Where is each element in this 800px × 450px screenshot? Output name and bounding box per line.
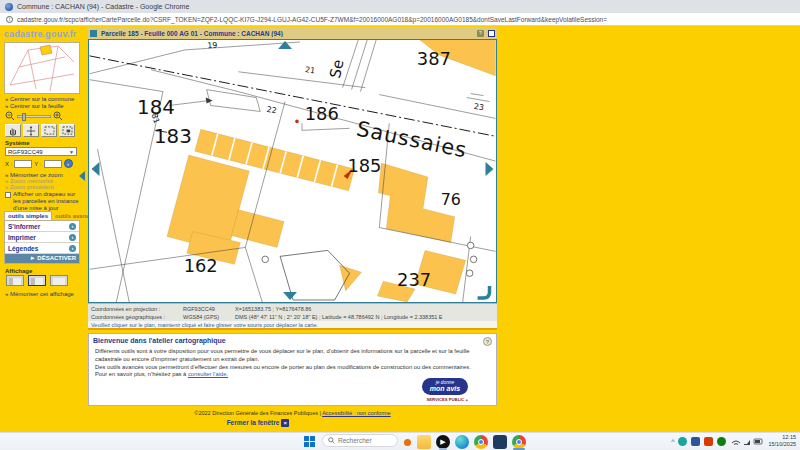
tray-app-icon-blue[interactable] [691, 437, 700, 446]
file-explorer-icon[interactable] [417, 435, 431, 449]
media-player-icon[interactable]: ▶ [436, 435, 450, 449]
y-label: Y : [34, 161, 41, 167]
je-donne-mon-avis-button[interactable]: je donne mon avis [422, 378, 468, 395]
parcel-label-185: 185 [347, 155, 381, 176]
consult-help-link[interactable]: consulter l'aide. [188, 371, 228, 377]
pan-up-arrow-icon[interactable] [278, 41, 292, 49]
map-corner-handle[interactable] [478, 286, 490, 298]
system-tray: ^ 12:15 15/10/2025 [671, 434, 796, 448]
dashed-rect-icon [44, 126, 55, 135]
sidebar-collapse-arrow-icon[interactable] [79, 171, 85, 181]
projection-value: RGF93CC49 [8, 149, 43, 155]
desactiver-button[interactable]: ► DÉSACTIVER [5, 254, 79, 263]
proj-coords-label: Coordonnées en projection : [91, 306, 183, 312]
y-coordinate-input[interactable] [44, 160, 62, 168]
help-icon[interactable]: ? [483, 337, 492, 346]
tray-app-icon-green[interactable] [717, 437, 726, 446]
zoom-slider-knob[interactable] [22, 113, 26, 121]
tab-favicon-icon [5, 3, 13, 11]
taskbar-app-notification-icon[interactable] [404, 439, 411, 446]
center-commune-link[interactable]: » Centrer sur la commune [5, 96, 74, 102]
app-icon-dark[interactable] [493, 435, 507, 449]
coordinates-bar: Coordonnées en projection : RGF93CC49 X=… [88, 303, 497, 321]
zoom-out-icon[interactable] [5, 111, 15, 121]
close-window-control[interactable]: Fermer la fenêtre× [88, 419, 428, 427]
layout-thumb-3[interactable] [50, 275, 68, 286]
overview-minimap[interactable] [4, 42, 80, 94]
parcel-label-237: 237 [397, 269, 431, 290]
pan-left-arrow-icon[interactable] [92, 162, 100, 176]
accordion-sinformer[interactable]: S'informer › [5, 221, 79, 232]
chrome-active-icon[interactable] [512, 435, 526, 449]
accordion-legendes-label: Légendes [8, 245, 38, 252]
tray-status-icons[interactable] [730, 435, 764, 447]
house-number-23: 23 [473, 102, 484, 112]
geo-system: WGS84 (GPS) [183, 314, 235, 320]
map-viewport[interactable]: 184 183 186 185 387 76 162 237 19 21 22 … [88, 39, 497, 303]
zoom-slider[interactable] [17, 115, 51, 118]
xy-go-button[interactable]: › [64, 159, 73, 168]
close-window-label: Fermer la fenêtre [227, 419, 280, 426]
url-bar[interactable]: i cadastre.gouv.fr/scpc/afficherCartePar… [0, 13, 800, 26]
taskbar-clock[interactable]: 12:15 15/10/2025 [768, 434, 796, 447]
accordion-legendes[interactable]: Légendes › [5, 243, 79, 254]
accordion-imprimer[interactable]: Imprimer › [5, 232, 79, 243]
layout-thumb-1[interactable] [6, 275, 24, 286]
volume-icon [744, 440, 750, 445]
layout-thumb-2[interactable] [28, 275, 46, 286]
welcome-title: Bienvenue dans l'atelier cartographique [89, 334, 496, 346]
systeme-label: Système [5, 140, 30, 146]
tools-accordion: S'informer › Imprimer › Légendes › ► DÉS… [4, 220, 80, 264]
search-input[interactable] [338, 437, 393, 444]
cadastre-logo[interactable]: cadastre.gouv.fr [4, 29, 77, 39]
taskbar-search[interactable] [322, 434, 398, 447]
minimap-drawing [5, 43, 79, 93]
zoom-box-button[interactable] [41, 124, 57, 137]
flag-checkbox[interactable] [5, 192, 11, 198]
cadastral-map: 184 183 186 185 387 76 162 237 19 21 22 … [89, 40, 496, 302]
accordion-sinformer-label: S'informer [8, 223, 40, 230]
edge-icon[interactable] [455, 435, 469, 449]
close-icon: × [281, 419, 289, 427]
copyright-text: ©2022 Direction Générale des Finances Pu… [194, 410, 318, 416]
map-window-titlebar: Parcelle 185 - Feuille 000 AG 01 - Commu… [88, 27, 497, 39]
chrome-icon[interactable] [474, 435, 488, 449]
site-info-icon[interactable]: i [6, 16, 13, 23]
pan-hand-button[interactable] [5, 124, 21, 137]
house-number-21: 21 [305, 65, 316, 75]
pan-right-arrow-icon[interactable] [486, 162, 494, 176]
parcel-label-162: 162 [184, 255, 218, 276]
geo-coords-label: Coordonnées géographiques : [91, 314, 183, 320]
projection-select[interactable]: RGF93CC49▼ [5, 147, 77, 156]
house-number-81: 81 [150, 112, 162, 124]
center-tool-button[interactable] [23, 124, 39, 137]
accessibility-link[interactable]: Accessibilité : non conforme [322, 410, 390, 416]
parcel-label-76: 76 [441, 190, 461, 209]
tab-outils-simples[interactable]: outils simples [4, 211, 52, 220]
pan-down-arrow-icon[interactable] [283, 292, 297, 300]
minimap-highlight [40, 45, 52, 55]
proj-system: RGF93CC49 [183, 306, 235, 312]
expand-arrow-icon: › [69, 234, 76, 241]
avis-line2: mon avis [422, 385, 468, 393]
street-name-sente: Se [326, 58, 347, 80]
clock-time: 12:15 [768, 434, 796, 441]
center-feuille-link[interactable]: » Centrer sur la feuille [5, 103, 64, 109]
footer-copyright-line: ©2022 Direction Générale des Finances Pu… [88, 410, 497, 416]
tray-app-icon-teal[interactable] [678, 437, 687, 446]
help-icon[interactable]: ? [477, 30, 484, 37]
zoom-extent-button[interactable] [59, 124, 75, 137]
parcel-label-387: 387 [417, 48, 451, 69]
tray-app-icon-red[interactable] [704, 437, 713, 446]
memorize-layout-link[interactable]: » Mémoriser cet affichage [5, 291, 74, 297]
previous-zoom-link[interactable]: » Zoom précédent [5, 184, 54, 190]
start-button[interactable] [303, 435, 316, 448]
map-window-title: Parcelle 185 - Feuille 000 AG 01 - Commu… [101, 30, 473, 37]
label-leader-arrow [169, 98, 213, 106]
window-title: Commune : CACHAN (94) - Cadastre - Googl… [17, 3, 189, 10]
maximize-icon[interactable] [488, 30, 495, 37]
chevron-down-icon: ▼ [69, 149, 74, 155]
zoom-in-icon[interactable] [53, 111, 63, 121]
tray-overflow-chevron-icon[interactable]: ^ [671, 438, 674, 445]
x-coordinate-input[interactable] [14, 160, 32, 168]
